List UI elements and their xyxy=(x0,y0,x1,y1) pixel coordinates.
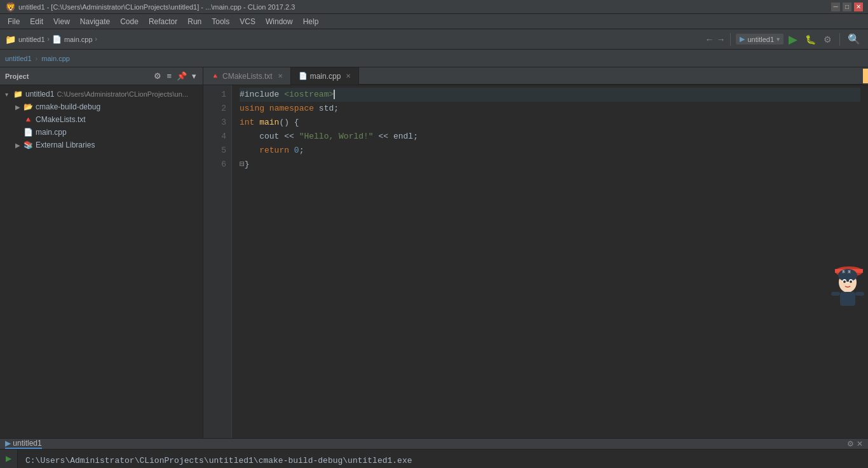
space5: << xyxy=(374,132,393,141)
menu-help[interactable]: Help xyxy=(298,16,324,27)
close-bracket: } xyxy=(245,160,250,169)
semi1: ; xyxy=(334,104,339,113)
tab-cpp-close[interactable]: ✕ xyxy=(346,72,351,79)
run-button[interactable]: ▶ xyxy=(786,32,800,46)
coverage-button[interactable]: ⚙ xyxy=(821,33,834,46)
menu-edit[interactable]: Edit xyxy=(25,16,48,27)
run-play-button[interactable]: ▶ xyxy=(3,452,15,465)
tab-cmakelist[interactable]: 🔺 CMakeLists.txt ✕ xyxy=(203,67,291,85)
menu-window[interactable]: Window xyxy=(261,16,298,27)
tree-lib-icon: 📚 xyxy=(23,140,33,150)
tree-expand-icon: ▾ xyxy=(5,91,13,98)
sidebar-expand-button[interactable]: ▾ xyxy=(191,71,198,81)
toolbar-arrow-icon: › xyxy=(48,36,50,43)
run-close-button[interactable]: ✕ xyxy=(857,439,863,448)
tab-cmake-icon: 🔺 xyxy=(211,72,220,80)
main-content: Project ⚙ ≡ 📌 ▾ ▾ 📁 untitled1 C:\Users\A… xyxy=(0,67,868,438)
tab-cpp-icon: 📄 xyxy=(299,72,308,80)
semi3: ; xyxy=(299,146,304,155)
line-num-4: 4 xyxy=(208,130,226,144)
fn-main: main xyxy=(259,118,279,127)
run-header: ▶ untitled1 ⚙ ✕ xyxy=(0,439,868,450)
run-output: C:\Users\Administrator\CLionProjects\unt… xyxy=(18,450,868,468)
menu-view[interactable]: View xyxy=(48,16,75,27)
navbar: untitled1 › main.cpp xyxy=(0,50,868,67)
run-config-label: untitled1 xyxy=(747,36,774,43)
line-num-3: 3 xyxy=(208,116,226,130)
tab-empty-space xyxy=(359,67,863,85)
titlebar-icon: 🦁 xyxy=(5,2,16,12)
breadcrumb-sep: › xyxy=(36,55,38,62)
tree-cmake-build[interactable]: ▶ 📂 cmake-build-debug xyxy=(0,100,203,113)
tab-cmake-label: CMakeLists.txt xyxy=(222,72,273,81)
tab-cmake-close[interactable]: ✕ xyxy=(278,72,283,79)
close-button[interactable]: ✕ xyxy=(854,3,863,11)
menu-navigate[interactable]: Navigate xyxy=(75,16,115,27)
debug-button[interactable]: 🐛 xyxy=(803,33,818,46)
maximize-button[interactable]: □ xyxy=(843,3,851,11)
line-num-6: 6 xyxy=(208,158,226,172)
navigate-back-icon[interactable]: ← xyxy=(705,34,714,45)
sidebar-bookmark-button[interactable]: 📌 xyxy=(175,71,188,81)
menu-vcs[interactable]: VCS xyxy=(234,16,261,27)
menu-code[interactable]: Code xyxy=(115,16,144,27)
run-controls: ▶ ↑ ↓ ⏸ ↻ 📋 ⚡ 🗑 ✕ ? xyxy=(0,450,18,468)
tab-cpp-label: main.cpp xyxy=(310,72,341,81)
space6 xyxy=(289,146,294,155)
minimize-button[interactable]: ─ xyxy=(831,3,840,11)
tree-maincpp[interactable]: ▶ 📄 main.cpp xyxy=(0,126,203,139)
kw-return: return xyxy=(259,146,289,155)
sidebar-settings-button[interactable]: ⚙ xyxy=(153,71,163,81)
titlebar-title: untitled1 - [C:\Users\Administrator\CLio… xyxy=(18,3,295,11)
paren: () { xyxy=(279,118,299,127)
tree-cpp-icon: 📄 xyxy=(23,127,33,137)
num-zero: 0 xyxy=(294,146,299,155)
menu-run[interactable]: Run xyxy=(182,16,207,27)
sidebar-layout-button[interactable]: ≡ xyxy=(165,71,173,81)
tree-external-libs[interactable]: ▶ 📚 External Libraries xyxy=(0,139,203,151)
menu-tools[interactable]: Tools xyxy=(207,16,234,27)
editor-tabs: 🔺 CMakeLists.txt ✕ 📄 main.cpp ✕ xyxy=(203,67,868,85)
menu-file[interactable]: File xyxy=(3,16,25,27)
breadcrumb-project[interactable]: untitled1 xyxy=(5,55,32,62)
space2 xyxy=(314,104,319,113)
tree-cmake-folder-icon: 📂 xyxy=(23,102,33,112)
space4: << xyxy=(279,132,299,141)
code-line-3: int main() { xyxy=(240,116,860,130)
tab-maincpp[interactable]: 📄 main.cpp ✕ xyxy=(291,67,360,85)
toolbar-left: 📁 untitled1 › 📄 main.cpp › xyxy=(5,34,97,45)
run-tab-text: untitled1 xyxy=(13,439,41,448)
run-header-right: ⚙ ✕ xyxy=(847,439,863,448)
kw-int: int xyxy=(240,118,254,127)
breadcrumb-file[interactable]: main.cpp xyxy=(41,55,70,62)
kw-endl: endl xyxy=(393,132,413,141)
search-everywhere-button[interactable]: 🔍 xyxy=(845,32,863,46)
tree-root[interactable]: ▾ 📁 untitled1 C:\Users\Administrator\CLi… xyxy=(0,88,203,100)
menu-refactor[interactable]: Refactor xyxy=(144,16,182,27)
kw-cout: cout xyxy=(259,132,279,141)
run-tab-label[interactable]: ▶ untitled1 xyxy=(5,439,42,449)
code-line-2: using namespace std; xyxy=(240,102,860,116)
run-settings-button[interactable]: ⚙ xyxy=(847,439,854,448)
toolbar-project-icon: 📁 xyxy=(5,34,16,45)
tree-cmakelist[interactable]: ▶ 🔺 CMakeLists.txt xyxy=(0,113,203,126)
toolbar: 📁 untitled1 › 📄 main.cpp › ← → ▶ untitle… xyxy=(0,29,868,50)
str-hello: "Hello, World!" xyxy=(299,132,374,141)
toolbar-file-label: main.cpp xyxy=(64,36,93,43)
code-content[interactable]: #include <iostream> using namespace std;… xyxy=(232,85,868,438)
code-editor[interactable]: 1 2 3 4 5 6 #include <iostream> using na… xyxy=(203,85,868,438)
run-config[interactable]: ▶ untitled1 ▾ xyxy=(736,34,783,45)
navigate-forward-icon[interactable]: → xyxy=(716,34,725,45)
menubar: File Edit View Navigate Code Refactor Ru… xyxy=(0,14,868,29)
code-line-4: cout << "Hello, World!" << endl; xyxy=(240,130,860,144)
run-tab-icon: ▶ xyxy=(5,439,11,448)
code-line-1: #include <iostream> xyxy=(240,88,860,102)
tree-expand-cmake-icon: ▶ xyxy=(15,104,23,111)
sidebar: Project ⚙ ≡ 📌 ▾ ▾ 📁 untitled1 C:\Users\A… xyxy=(0,67,203,438)
fold-marker: ⊟ xyxy=(240,160,245,169)
sidebar-header: Project ⚙ ≡ 📌 ▾ xyxy=(0,67,203,85)
run-panel: ▶ untitled1 ⚙ ✕ ▶ ↑ ↓ ⏸ ↻ 📋 ⚡ 🗑 ✕ ? C:\U… xyxy=(0,438,868,468)
toolbar-file-icon: 📄 xyxy=(52,35,62,44)
titlebar: 🦁 untitled1 - [C:\Users\Administrator\CL… xyxy=(0,0,868,14)
code-line-6: ⊟} xyxy=(240,158,860,172)
